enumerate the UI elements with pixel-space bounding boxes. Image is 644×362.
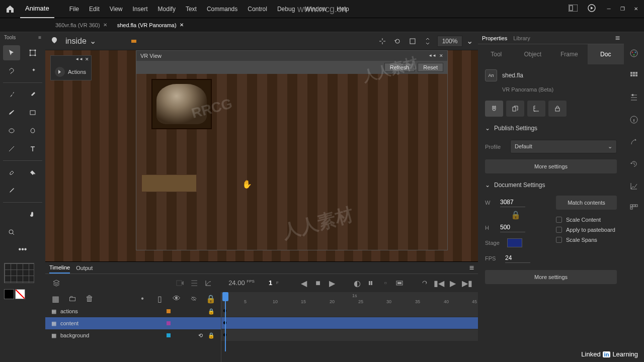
close-button[interactable]: ✕ bbox=[633, 6, 639, 12]
stage-viewport[interactable]: ◄◄✕ Actions VR View ◄◄✕ Refresh Reset bbox=[45, 50, 478, 261]
document-settings-header[interactable]: ⌄ Document Settings bbox=[478, 176, 624, 194]
close-icon[interactable]: ✕ bbox=[180, 22, 184, 28]
visibility-off-icon[interactable] bbox=[190, 295, 198, 303]
clip-icon[interactable] bbox=[407, 36, 418, 47]
tab-library[interactable]: Library bbox=[513, 33, 530, 43]
height-input[interactable] bbox=[500, 223, 525, 232]
visibility-icon[interactable]: 👁 bbox=[173, 295, 181, 303]
publish-settings-header[interactable]: ⌄ Publish Settings bbox=[478, 120, 624, 137]
loop-icon[interactable] bbox=[420, 278, 430, 288]
stroke-color[interactable] bbox=[4, 289, 14, 299]
layer-row-background[interactable]: ▦ background ⟲🔒 bbox=[45, 329, 221, 341]
delete-layer-icon[interactable]: 🗑 bbox=[86, 295, 94, 303]
frame-view-icon[interactable] bbox=[394, 278, 405, 288]
lock-icon[interactable]: 🔒 bbox=[208, 332, 215, 339]
menu-view[interactable]: View bbox=[105, 6, 128, 13]
doc-tab-1[interactable]: 360vr.fla (VR 360)✕ bbox=[50, 18, 112, 32]
line-tool[interactable] bbox=[3, 141, 20, 156]
lock-icon[interactable]: 🔒 bbox=[207, 295, 215, 303]
text-tool[interactable] bbox=[24, 141, 41, 156]
eraser-tool[interactable] bbox=[3, 165, 20, 180]
tab-timeline[interactable]: Timeline bbox=[49, 262, 70, 274]
add-layer-icon[interactable]: ▦ bbox=[51, 295, 59, 303]
current-frame[interactable]: 1 bbox=[269, 279, 272, 287]
collapse-icon[interactable]: ◄◄ bbox=[75, 57, 83, 63]
lasso-tool[interactable] bbox=[3, 63, 20, 78]
magnet-icon[interactable] bbox=[485, 101, 503, 117]
pen-tool[interactable] bbox=[3, 105, 20, 120]
scene-selector[interactable]: inside ⌄ bbox=[65, 36, 96, 46]
workspace-icon[interactable] bbox=[569, 5, 578, 14]
scale-content-checkbox[interactable]: Scale Content bbox=[556, 215, 617, 225]
scale-spans-checkbox[interactable]: Scale Spans bbox=[556, 235, 617, 245]
fps-input[interactable] bbox=[505, 253, 530, 263]
reset-button[interactable]: Reset bbox=[418, 63, 443, 72]
transform-icon[interactable] bbox=[628, 136, 640, 148]
menu-insert[interactable]: Insert bbox=[128, 6, 153, 13]
lock-icon[interactable] bbox=[548, 101, 567, 117]
menu-commands[interactable]: Commands bbox=[202, 6, 243, 13]
layer-row-actions[interactable]: ▦ actions 🔒 bbox=[45, 305, 221, 317]
zoom-input[interactable]: 100% bbox=[437, 36, 462, 47]
scene-icon[interactable] bbox=[50, 36, 60, 46]
layers-icon[interactable] bbox=[51, 278, 61, 288]
minimize-button[interactable]: ─ bbox=[606, 6, 612, 12]
onion-skin-icon[interactable]: ◐ bbox=[352, 278, 362, 288]
actions-panel[interactable]: ◄◄✕ Actions bbox=[50, 55, 92, 80]
layer-color[interactable] bbox=[167, 309, 171, 313]
close-icon[interactable]: ✕ bbox=[439, 53, 443, 58]
menu-help[interactable]: Help bbox=[332, 6, 354, 13]
outline-icon[interactable]: ▯ bbox=[155, 295, 164, 303]
menu-text[interactable]: Text bbox=[181, 6, 202, 13]
more-doc-settings-button[interactable]: More settings bbox=[485, 270, 617, 284]
tab-properties[interactable]: Properties bbox=[482, 33, 507, 43]
onion-skin-preview[interactable] bbox=[4, 263, 41, 283]
play-icon[interactable] bbox=[588, 4, 596, 14]
fps-value[interactable]: 24.00 bbox=[228, 280, 245, 287]
home-icon[interactable] bbox=[0, 5, 20, 13]
lock-icon[interactable]: 🔒 bbox=[208, 308, 215, 315]
step-back-icon[interactable]: ◀ bbox=[299, 278, 309, 288]
tab-output[interactable]: Output bbox=[76, 263, 93, 273]
rotate-icon[interactable] bbox=[392, 36, 403, 47]
center-stage-icon[interactable] bbox=[377, 36, 388, 47]
next-keyframe-icon[interactable]: ▶▮ bbox=[462, 278, 472, 288]
menu-control[interactable]: Control bbox=[243, 6, 272, 13]
layer-color[interactable] bbox=[167, 333, 171, 337]
grid-icon[interactable] bbox=[628, 202, 640, 214]
vr-viewport[interactable]: ✋ bbox=[136, 74, 447, 250]
menu-file[interactable]: File bbox=[64, 6, 84, 13]
eyedropper-tool[interactable] bbox=[3, 183, 20, 198]
layer-row-content[interactable]: ▦ content bbox=[45, 317, 221, 329]
edit-frames-icon[interactable] bbox=[366, 278, 376, 288]
profile-select[interactable]: Default⌄ bbox=[510, 140, 617, 153]
align-icon[interactable] bbox=[628, 92, 640, 104]
doc-tab-2[interactable]: shed.fla (VR Panorama)✕ bbox=[112, 18, 189, 32]
subtab-frame[interactable]: Frame bbox=[551, 44, 588, 64]
info-icon[interactable] bbox=[628, 114, 640, 126]
panel-menu-icon[interactable]: ≡ bbox=[469, 263, 474, 273]
close-icon[interactable]: ✕ bbox=[103, 22, 107, 28]
ruler-icon[interactable] bbox=[527, 101, 545, 117]
brush-tool[interactable] bbox=[3, 87, 20, 102]
selection-tool[interactable] bbox=[3, 45, 20, 60]
match-contents-button[interactable]: Match contents bbox=[556, 196, 617, 210]
subtab-object[interactable]: Object bbox=[515, 44, 551, 64]
polystar-tool[interactable] bbox=[24, 123, 41, 138]
panel-menu-icon[interactable]: ≡ bbox=[615, 34, 620, 43]
subtab-doc[interactable]: Doc bbox=[588, 44, 624, 64]
subtab-tool[interactable]: Tool bbox=[478, 44, 515, 64]
timeline-frames[interactable]: 1s 2s 5 10 15 20 25 30 35 40 45 50 bbox=[221, 292, 478, 362]
apply-pasteboard-checkbox[interactable]: Apply to pasteboard bbox=[556, 225, 617, 235]
camera-icon[interactable] bbox=[175, 278, 185, 288]
stop-icon[interactable]: ■ bbox=[313, 278, 323, 288]
menu-edit[interactable]: Edit bbox=[84, 6, 105, 13]
close-icon[interactable]: ✕ bbox=[85, 57, 89, 63]
link-dimensions-icon[interactable]: 🔒 bbox=[511, 211, 521, 219]
oval-tool[interactable] bbox=[3, 123, 20, 138]
free-transform-tool[interactable] bbox=[24, 45, 41, 60]
swatches-icon[interactable] bbox=[628, 69, 640, 81]
paint-brush-tool[interactable] bbox=[24, 87, 41, 102]
history-icon[interactable] bbox=[628, 158, 640, 170]
graph-icon[interactable] bbox=[203, 278, 213, 288]
